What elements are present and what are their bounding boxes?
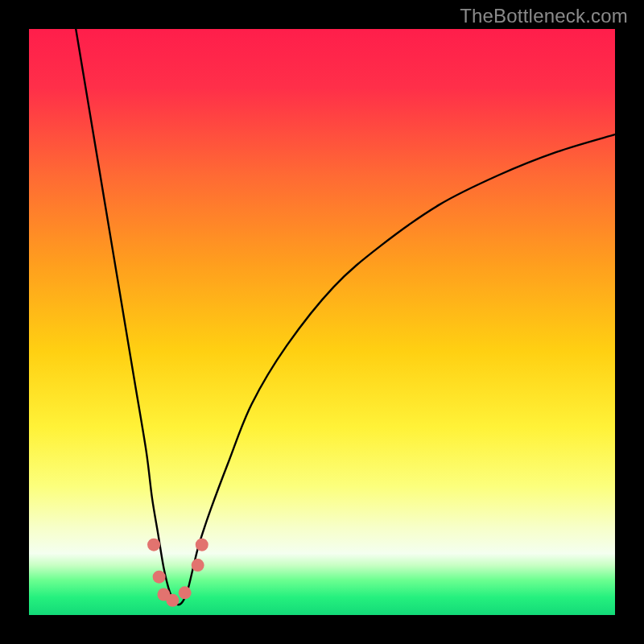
curve-marker [147,539,160,551]
chart-frame: TheBottleneck.com [0,0,644,644]
watermark-label: TheBottleneck.com [460,5,628,27]
curve-marker [166,594,179,607]
curve-marker [196,539,208,551]
curve-markers [147,539,208,607]
curve-marker [153,571,166,584]
curve-marker [179,586,192,599]
plot-area [29,29,615,615]
curve-marker [192,559,204,572]
bottleneck-curve [76,29,615,605]
curve-layer [29,29,615,615]
